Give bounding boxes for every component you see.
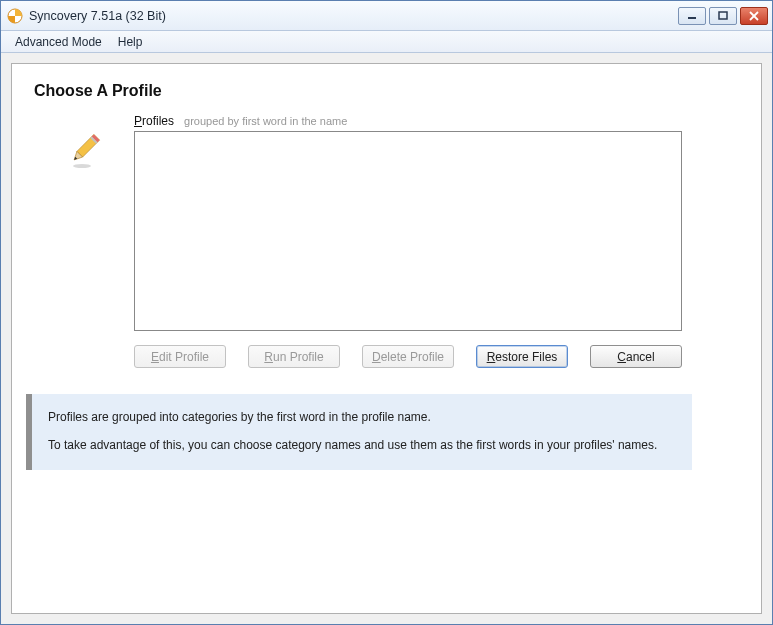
window-frame: Syncovery 7.51a (32 Bit) Advanced Mode H… [0,0,773,625]
main-panel: Choose A Profile [11,63,762,614]
cancel-button[interactable]: Cancel [590,345,682,368]
info-line-2: To take advantage of this, you can choos… [48,436,676,454]
maximize-button[interactable] [709,7,737,25]
info-line-1: Profiles are grouped into categories by … [48,408,676,426]
minimize-button[interactable] [678,7,706,25]
profiles-label-row: Profiles grouped by first word in the na… [134,114,739,128]
run-profile-button: Run Profile [248,345,340,368]
profiles-listbox[interactable] [134,131,682,331]
left-column [34,114,134,173]
pencil-icon [64,130,104,173]
content-row: Profiles grouped by first word in the na… [34,114,739,470]
window-title: Syncovery 7.51a (32 Bit) [29,9,678,23]
delete-profile-button: Delete Profile [362,345,454,368]
client-area: Choose A Profile [1,53,772,624]
menu-help[interactable]: Help [110,33,151,51]
profiles-label: Profiles [134,114,174,128]
svg-rect-2 [719,12,727,19]
menubar: Advanced Mode Help [1,31,772,53]
menu-advanced-mode[interactable]: Advanced Mode [7,33,110,51]
info-box: Profiles are grouped into categories by … [26,394,692,470]
page-heading: Choose A Profile [34,82,739,100]
profiles-hint: grouped by first word in the name [184,115,347,127]
button-row: Edit Profile Run Profile Delete Profile … [134,345,682,368]
close-button[interactable] [740,7,768,25]
svg-point-10 [73,164,91,168]
restore-files-button[interactable]: Restore Files [476,345,568,368]
right-column: Profiles grouped by first word in the na… [134,114,739,470]
titlebar: Syncovery 7.51a (32 Bit) [1,1,772,31]
edit-profile-button: Edit Profile [134,345,226,368]
app-icon [7,8,23,24]
window-controls [678,7,768,25]
